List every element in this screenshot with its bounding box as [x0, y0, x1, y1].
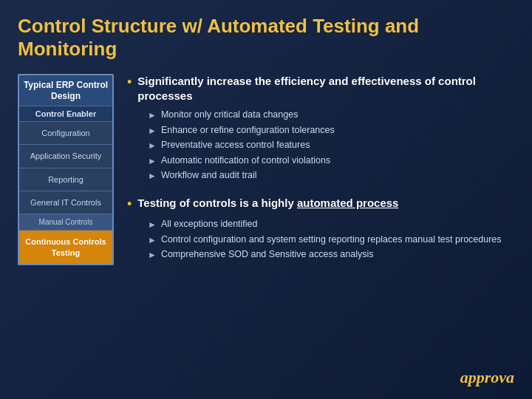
sub-bullets-2: ► All exceptions identified ► Control co…: [148, 218, 514, 262]
sidebar-item-application-security[interactable]: Application Security: [19, 144, 112, 167]
arrow-icon: ►: [148, 219, 157, 230]
sub-text-2-3: Comprehensive SOD and Sensitive access a…: [161, 248, 374, 262]
sub-text-1-3: Preventative access control features: [161, 139, 310, 152]
arrow-icon: ►: [148, 140, 157, 151]
bullet-text-1: Significantly increase the efficiency an…: [137, 74, 514, 103]
sub-bullet-1-2: ► Enhance or refine configuration tolera…: [148, 124, 514, 137]
main-content: • Significantly increase the efficiency …: [127, 74, 514, 275]
sub-bullet-1-1: ► Monitor only critical data changes: [148, 109, 514, 122]
sub-text-1-5: Workflow and audit trail: [161, 169, 257, 183]
arrow-icon: ►: [148, 171, 157, 181]
sidebar: Typical ERP Control Design Control Enabl…: [18, 74, 114, 265]
sidebar-section-label: Control Enabler: [19, 106, 112, 121]
arrow-icon: ►: [148, 250, 157, 260]
sidebar-item-continuous-controls[interactable]: Continuous Controls Testing: [19, 230, 112, 264]
content-area: Typical ERP Control Design Control Enabl…: [18, 74, 514, 275]
sub-bullet-2-3: ► Comprehensive SOD and Sensitive access…: [148, 248, 514, 262]
slide-title: Control Structure w/ Automated Testing a…: [18, 15, 514, 61]
logo: approva: [460, 368, 514, 387]
sub-text-2-1: All exceptions identified: [161, 218, 258, 231]
arrow-icon: ►: [148, 126, 157, 136]
sidebar-item-configuration[interactable]: Configuration: [19, 121, 112, 144]
sub-bullet-2-2: ► Control configuration and system setti…: [148, 233, 514, 247]
sub-bullet-2-1: ► All exceptions identified: [148, 218, 514, 231]
bullet-section-1: • Significantly increase the efficiency …: [127, 74, 514, 183]
arrow-icon: ►: [148, 156, 157, 166]
slide: Control Structure w/ Automated Testing a…: [0, 0, 532, 399]
bullet-text-2: Testing of controls is a highly automate…: [137, 196, 398, 211]
bullet-dot-2: •: [127, 197, 132, 213]
sidebar-item-manual-controls[interactable]: Manual Controls: [19, 214, 112, 230]
sub-text-1-4: Automatic notification of control violat…: [161, 154, 330, 168]
bullet-main-2: • Testing of controls is a highly automa…: [127, 196, 514, 213]
bullet-dot-1: •: [127, 75, 132, 91]
sub-text-2-2: Control configuration and system setting…: [161, 233, 502, 247]
sidebar-header: Typical ERP Control Design: [19, 75, 112, 106]
sub-bullet-1-5: ► Workflow and audit trail: [148, 169, 514, 183]
bullet-main-1: • Significantly increase the efficiency …: [127, 74, 514, 103]
arrow-icon: ►: [148, 110, 157, 120]
bullet-section-2: • Testing of controls is a highly automa…: [127, 196, 514, 262]
sidebar-item-reporting[interactable]: Reporting: [19, 168, 112, 191]
sub-bullet-1-3: ► Preventative access control features: [148, 139, 514, 152]
sub-bullets-1: ► Monitor only critical data changes ► E…: [148, 109, 514, 183]
sub-text-1-2: Enhance or refine configuration toleranc…: [161, 124, 335, 137]
sidebar-item-general-it[interactable]: General IT Controls: [19, 191, 112, 214]
sub-bullet-1-4: ► Automatic notification of control viol…: [148, 154, 514, 168]
sub-text-1-1: Monitor only critical data changes: [161, 109, 299, 122]
arrow-icon: ►: [148, 235, 157, 245]
